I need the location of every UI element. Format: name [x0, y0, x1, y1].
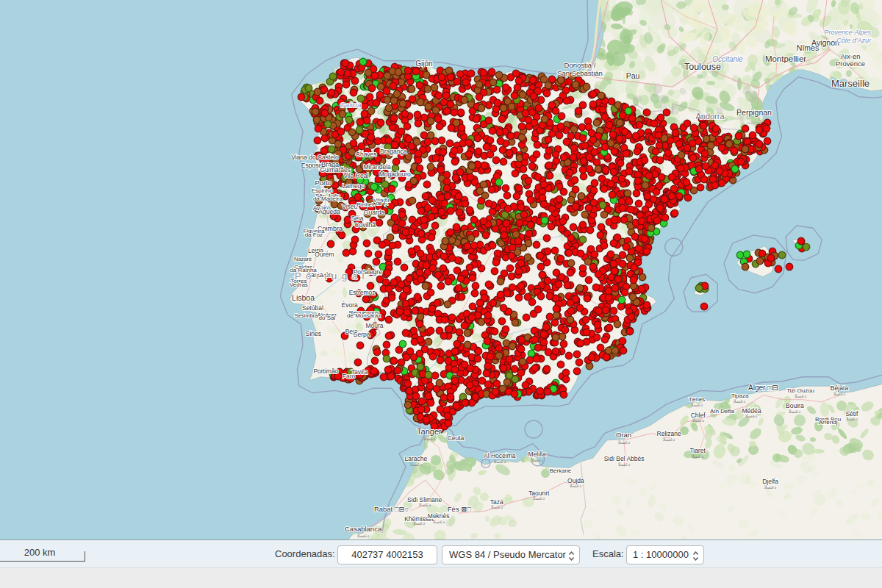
svg-text:Serpa: Serpa [354, 331, 370, 338]
svg-text:دعسلا: دعسلا [433, 519, 445, 524]
svg-text:Guarda: Guarda [364, 209, 385, 216]
svg-text:Portimão: Portimão [313, 368, 338, 375]
svg-text:Pau: Pau [626, 71, 640, 80]
svg-text:دعسلا: دعسلا [692, 417, 705, 423]
svg-text:Ourém: Ourém [315, 251, 334, 258]
svg-text:دعسلا: دعسلا [618, 462, 631, 467]
svg-text:دعسلا: دعسلا [531, 457, 544, 462]
svg-text:دعسلا: دعسلا [423, 436, 436, 441]
svg-text:Vila Real: Vila Real [343, 172, 368, 179]
svg-text:Setúbal: Setúbal [302, 304, 323, 312]
svg-text:دعسلا: دعسلا [618, 440, 631, 445]
svg-text:de Monsaraz: de Monsaraz [347, 312, 381, 319]
svg-text:de F.: de F. [376, 200, 388, 207]
svg-text:da Foz: da Foz [305, 232, 323, 238]
svg-text:Avignon: Avignon [811, 38, 839, 47]
svg-text:Oran: Oran [616, 431, 631, 439]
svg-text:Donostia /: Donostia / [564, 61, 596, 69]
svg-text:دعسلا: دعسلا [795, 393, 807, 398]
svg-text:Occitanie: Occitanie [712, 55, 743, 63]
svg-text:Toulouse: Toulouse [684, 62, 721, 72]
svg-text:Tavira: Tavira [351, 368, 368, 376]
svg-text:Andorra: Andorra [695, 112, 725, 121]
svg-text:دعسلا: دعسلا [789, 409, 801, 414]
svg-text:Chaves: Chaves [356, 151, 377, 158]
svg-text:دعسلا: دعسلا [745, 413, 758, 418]
svg-text:Arreridj: Arreridj [819, 419, 838, 426]
svg-text:Tanger: Tanger [417, 427, 442, 436]
svg-text:Mirandela: Mirandela [363, 163, 391, 171]
svg-text:Perpignan: Perpignan [736, 108, 772, 117]
svg-text:دعسلا: دعسلا [570, 483, 582, 488]
svg-text:Évora: Évora [342, 301, 358, 309]
svg-text:Marseille: Marseille [831, 78, 870, 89]
svg-text:Pinhel: Pinhel [357, 201, 373, 208]
svg-text:Nazaré: Nazaré [294, 256, 312, 262]
svg-text:دعسلا: دعسلا [764, 484, 777, 490]
svg-text:Galicia: Galicia [340, 101, 361, 109]
svg-text:دعسلا: دعسلا [533, 495, 545, 501]
svg-text:دعسلا: دعسلا [833, 391, 846, 396]
svg-text:Gijón: Gijón [415, 60, 432, 68]
svg-text:da Madeira: da Madeira [313, 196, 343, 202]
svg-text:Estremoz: Estremoz [349, 289, 376, 296]
svg-text:Mogadouro: Mogadouro [379, 171, 411, 178]
svg-text:Viseu: Viseu [342, 203, 357, 210]
svg-text:Berkane: Berkane [550, 467, 572, 474]
svg-text:دعسلا: دعسلا [734, 398, 746, 404]
svg-text:Fès ⊠□: Fès ⊠□ [448, 505, 471, 513]
svg-text:دعسلا: دعسلا [692, 453, 704, 459]
svg-text:Alger □⊟: Alger □⊟ [748, 384, 778, 392]
svg-text:Aïn Defla: Aïn Defla [710, 408, 734, 415]
svg-text:Ceuta: Ceuta [448, 434, 465, 442]
svg-text:Provence: Provence [836, 60, 865, 68]
svg-text:Águeda: Águeda [318, 208, 340, 215]
svg-text:Vedras: Vedras [290, 282, 308, 288]
svg-text:دعسلا: دعسلا [846, 416, 858, 421]
svg-text:دعسلا: دعسلا [491, 504, 503, 509]
svg-text:Lisboa: Lisboa [292, 293, 315, 302]
svg-text:Porto: Porto [315, 179, 331, 187]
svg-text:Moura: Moura [365, 322, 383, 329]
svg-text:دعسلا: دعسلا [419, 502, 431, 507]
svg-text:do Sal: do Sal [319, 315, 336, 321]
svg-text:Casablanca: Casablanca [345, 525, 382, 533]
svg-text:Rabat □⊟○: Rabat □⊟○ [374, 505, 409, 513]
svg-text:دعسلا: دعسلا [691, 402, 703, 407]
svg-text:Bragança: Bragança [380, 148, 407, 155]
svg-text:Provence-Alpes: Provence-Alpes [824, 29, 871, 36]
svg-text:San Sebastián: San Sebastián [557, 69, 603, 77]
svg-text:Côte d'Azur: Côte d'Azur [836, 37, 872, 44]
svg-text:P o r t u g a l: P o r t u g a l [295, 270, 365, 282]
svg-text:Sines: Sines [306, 330, 321, 337]
svg-text:Sesimbra: Sesimbra [295, 312, 319, 319]
svg-text:Lamego: Lamego [342, 182, 365, 190]
svg-text:دعسلا: دعسلا [494, 459, 506, 464]
svg-text:Covilhã: Covilhã [355, 221, 376, 229]
svg-text:دعسلا: دعسلا [663, 437, 675, 442]
svg-text:دعسلا: دعسلا [410, 462, 423, 467]
svg-text:دعسلا: دعسلا [413, 520, 426, 526]
svg-text:Montpellier: Montpellier [765, 54, 806, 63]
svg-text:دعسلا: دعسلا [357, 533, 370, 538]
